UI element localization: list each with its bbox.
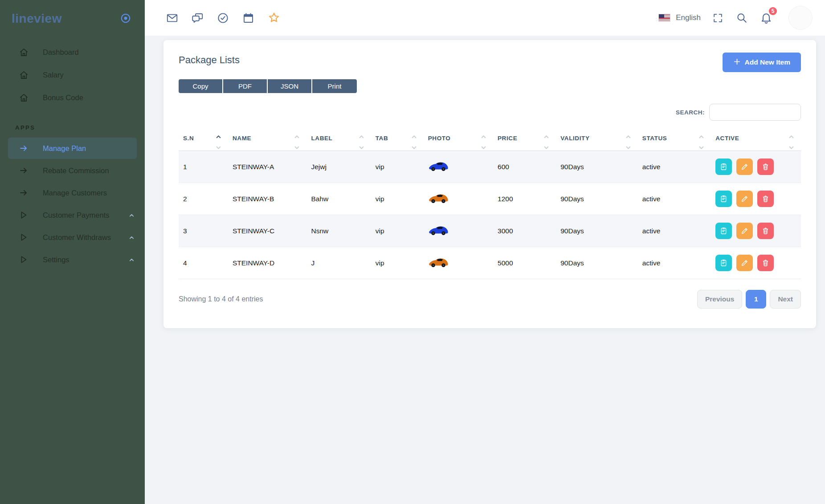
triangle-right-icon bbox=[19, 232, 29, 242]
cell-actions bbox=[711, 215, 801, 247]
table-row: 3 STEINWAY-C Nsnw vip 3000 90Days active bbox=[179, 215, 801, 247]
delete-button[interactable] bbox=[757, 255, 774, 271]
col-header-validity[interactable]: VALIDITY bbox=[556, 128, 638, 151]
cell-price: 1200 bbox=[493, 183, 556, 215]
page-title: Package Lists bbox=[179, 53, 240, 66]
sidebar-item-settings[interactable]: Settings bbox=[0, 249, 145, 270]
navbar-shortcut-icons bbox=[165, 11, 281, 25]
sidebar-toggle-button[interactable] bbox=[120, 12, 131, 25]
star-icon[interactable] bbox=[267, 11, 281, 25]
edit-button[interactable] bbox=[736, 191, 753, 207]
col-header-price[interactable]: PRICE bbox=[493, 128, 556, 151]
edit-button[interactable] bbox=[736, 223, 753, 239]
table-header-row: S.N NAME LABEL TAB PHOTO PRICE VALIDITY … bbox=[179, 128, 801, 151]
add-new-item-label: Add New Item bbox=[745, 58, 790, 66]
sidebar-item-dashboard[interactable]: Dashboard bbox=[0, 41, 145, 63]
add-new-item-button[interactable]: Add New Item bbox=[723, 53, 801, 72]
cell-validity: 90Days bbox=[556, 215, 638, 247]
sidebar-item-salary[interactable]: Salary bbox=[0, 64, 145, 86]
sidebar-item-label: Settings bbox=[43, 256, 69, 264]
package-lists-card: Package Lists Add New Item Copy PDF JSON… bbox=[163, 40, 816, 328]
car-photo bbox=[428, 192, 449, 203]
page-number-button[interactable]: 1 bbox=[746, 290, 766, 309]
delete-button[interactable] bbox=[757, 159, 774, 175]
col-header-status[interactable]: STATUS bbox=[638, 128, 711, 151]
cell-price: 5000 bbox=[493, 247, 556, 279]
col-header-label[interactable]: LABEL bbox=[306, 128, 371, 151]
json-button[interactable]: JSON bbox=[268, 79, 312, 93]
sidebar-item-customer-withdraws[interactable]: Customer Withdraws bbox=[0, 227, 145, 248]
copy-button[interactable]: Copy bbox=[179, 79, 223, 93]
sidebar-item-manage-plan[interactable]: Manage Plan bbox=[8, 138, 137, 159]
top-navbar: English 5 bbox=[145, 0, 825, 36]
sidebar-section-apps: APPS bbox=[0, 109, 145, 137]
cell-name: STEINWAY-C bbox=[228, 215, 307, 247]
cell-status: active bbox=[638, 151, 711, 183]
triangle-right-icon bbox=[19, 210, 29, 220]
mail-icon[interactable] bbox=[165, 11, 179, 25]
avatar[interactable] bbox=[788, 6, 813, 30]
col-header-active[interactable]: ACTIVE bbox=[711, 128, 801, 151]
sort-asc-icon bbox=[481, 135, 486, 138]
car-photo bbox=[428, 160, 449, 171]
sort-desc-icon bbox=[216, 146, 221, 149]
cell-tab: vip bbox=[371, 183, 424, 215]
sidebar-item-label: Customer Payments bbox=[43, 211, 109, 219]
edit-button[interactable] bbox=[736, 159, 753, 175]
edit-button[interactable] bbox=[736, 255, 753, 271]
delete-button[interactable] bbox=[757, 223, 774, 239]
calendar-icon[interactable] bbox=[241, 11, 255, 25]
notifications: 5 bbox=[759, 11, 773, 25]
navbar-right-group: English 5 bbox=[658, 6, 813, 30]
sort-desc-icon bbox=[359, 146, 364, 149]
chevron-up-icon bbox=[128, 256, 135, 263]
sidebar-item-label: Manage Customers bbox=[43, 189, 107, 197]
col-header-photo[interactable]: PHOTO bbox=[424, 128, 493, 151]
car-photo bbox=[428, 256, 449, 268]
sort-asc-icon bbox=[626, 135, 631, 138]
sort-asc-icon bbox=[544, 135, 549, 138]
sidebar-item-bonus-code[interactable]: Bonus Code bbox=[0, 87, 145, 109]
sidebar-item-label: Dashboard bbox=[43, 48, 79, 57]
sidebar-item-rebate-commission[interactable]: Rebate Commission bbox=[0, 160, 145, 181]
table-search-input[interactable] bbox=[709, 104, 801, 121]
cell-sn: 1 bbox=[179, 151, 228, 183]
view-button[interactable] bbox=[715, 191, 732, 207]
triangle-right-icon bbox=[19, 255, 29, 264]
sidebar-item-customer-payments[interactable]: Customer Payments bbox=[0, 204, 145, 226]
cell-tab: vip bbox=[371, 247, 424, 279]
col-header-tab[interactable]: TAB bbox=[371, 128, 424, 151]
app-logo: lineview bbox=[12, 12, 62, 26]
fullscreen-icon[interactable] bbox=[711, 12, 724, 24]
sidebar-item-label: Customer Withdraws bbox=[43, 233, 111, 242]
cell-name: STEINWAY-D bbox=[228, 247, 307, 279]
language-selector[interactable]: English bbox=[658, 13, 701, 22]
plus-icon bbox=[733, 58, 741, 67]
view-button[interactable] bbox=[715, 223, 732, 239]
sort-desc-icon bbox=[626, 146, 631, 149]
view-button[interactable] bbox=[715, 255, 732, 271]
search-icon[interactable] bbox=[735, 11, 748, 24]
col-header-name[interactable]: NAME bbox=[228, 128, 307, 151]
cell-tab: vip bbox=[371, 151, 424, 183]
cell-photo bbox=[424, 151, 493, 183]
previous-page-button[interactable]: Previous bbox=[697, 290, 742, 309]
cell-tab: vip bbox=[371, 215, 424, 247]
car-photo bbox=[428, 224, 449, 236]
sidebar-item-manage-customers[interactable]: Manage Customers bbox=[0, 182, 145, 203]
cell-actions bbox=[711, 151, 801, 183]
sort-desc-icon bbox=[294, 146, 299, 149]
next-page-button[interactable]: Next bbox=[770, 290, 801, 309]
col-header-sn[interactable]: S.N bbox=[179, 128, 228, 151]
sort-asc-icon bbox=[699, 135, 704, 138]
export-button-group: Copy PDF JSON Print bbox=[179, 79, 357, 93]
pdf-button[interactable]: PDF bbox=[223, 79, 268, 93]
chat-icon[interactable] bbox=[191, 11, 204, 25]
sidebar-item-label: Rebate Commission bbox=[43, 167, 109, 175]
check-circle-icon[interactable] bbox=[216, 11, 230, 25]
print-button[interactable]: Print bbox=[312, 79, 357, 93]
view-button[interactable] bbox=[715, 159, 732, 175]
delete-button[interactable] bbox=[757, 191, 774, 207]
cell-validity: 90Days bbox=[556, 151, 638, 183]
cell-label: Bahw bbox=[306, 183, 371, 215]
